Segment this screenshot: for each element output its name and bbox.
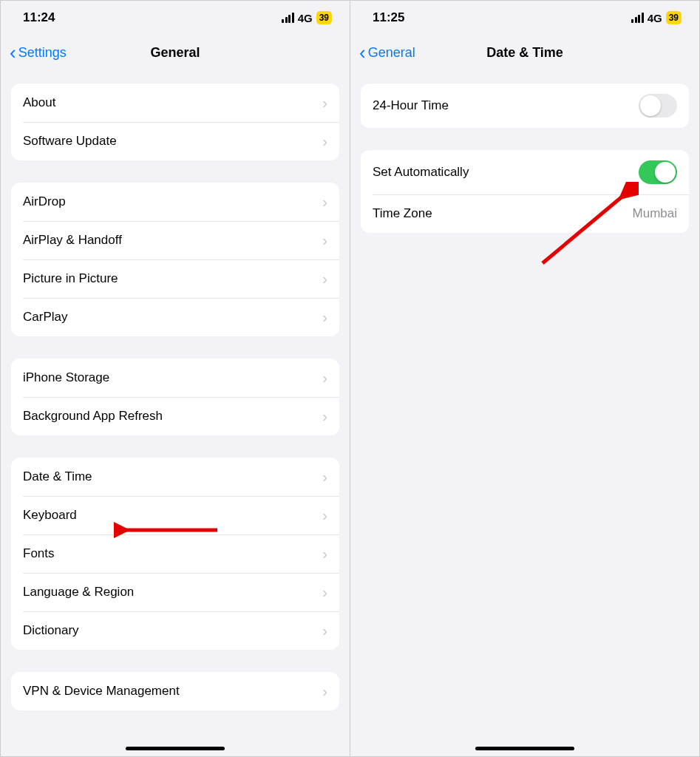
row-label: Set Automatically bbox=[373, 165, 469, 180]
row-dictionary[interactable]: Dictionary › bbox=[11, 611, 339, 650]
chevron-right-icon: › bbox=[322, 271, 327, 288]
row-label: CarPlay bbox=[23, 310, 67, 325]
toggle-set-automatically[interactable] bbox=[639, 160, 677, 184]
settings-group: iPhone Storage › Background App Refresh … bbox=[11, 359, 339, 435]
status-right: 4G 39 bbox=[282, 11, 332, 24]
network-label: 4G bbox=[648, 12, 662, 24]
phone-left: 11:24 4G 39 ‹ Settings General About › S… bbox=[1, 1, 350, 756]
row-label: Fonts bbox=[23, 546, 55, 561]
row-airplay-handoff[interactable]: AirPlay & Handoff › bbox=[11, 221, 339, 259]
row-language-region[interactable]: Language & Region › bbox=[11, 573, 339, 611]
row-set-automatically[interactable]: Set Automatically bbox=[361, 150, 689, 194]
battery-icon: 39 bbox=[316, 11, 332, 24]
status-bar: 11:25 4G 39 bbox=[350, 1, 699, 35]
status-right: 4G 39 bbox=[631, 11, 682, 24]
row-label: VPN & Device Management bbox=[23, 684, 180, 699]
row-label: Dictionary bbox=[23, 623, 79, 638]
row-label: Keyboard bbox=[23, 508, 77, 523]
row-time-zone[interactable]: Time Zone Mumbai bbox=[361, 194, 689, 233]
settings-group: AirDrop › AirPlay & Handoff › Picture in… bbox=[11, 183, 339, 336]
time-zone-value: Mumbai bbox=[633, 206, 677, 221]
row-24-hour-time[interactable]: 24-Hour Time bbox=[361, 84, 689, 128]
row-label: 24-Hour Time bbox=[373, 98, 449, 113]
status-bar: 11:24 4G 39 bbox=[1, 1, 350, 35]
chevron-right-icon: › bbox=[322, 408, 327, 425]
nav-header: ‹ Settings General bbox=[1, 35, 350, 70]
row-label: Time Zone bbox=[373, 206, 432, 221]
row-label: AirDrop bbox=[23, 194, 66, 209]
row-keyboard[interactable]: Keyboard › bbox=[11, 496, 339, 534]
home-indicator[interactable] bbox=[475, 747, 574, 750]
row-date-time[interactable]: Date & Time › bbox=[11, 458, 339, 496]
network-label: 4G bbox=[298, 12, 313, 24]
chevron-left-icon: ‹ bbox=[10, 43, 16, 62]
row-airdrop[interactable]: AirDrop › bbox=[11, 183, 339, 221]
home-indicator[interactable] bbox=[126, 747, 225, 750]
chevron-right-icon: › bbox=[322, 469, 327, 486]
chevron-right-icon: › bbox=[322, 683, 327, 700]
row-label: Software Update bbox=[23, 134, 117, 149]
content-right[interactable]: 24-Hour Time Set Automatically Time Zone… bbox=[350, 70, 699, 756]
row-label: About bbox=[23, 95, 55, 110]
row-label: Language & Region bbox=[23, 585, 134, 600]
chevron-right-icon: › bbox=[322, 507, 327, 524]
row-iphone-storage[interactable]: iPhone Storage › bbox=[11, 359, 339, 397]
chevron-right-icon: › bbox=[322, 133, 327, 150]
settings-group: Date & Time › Keyboard › Fonts › Languag… bbox=[11, 458, 339, 650]
battery-icon: 39 bbox=[666, 11, 682, 24]
chevron-right-icon: › bbox=[322, 622, 327, 639]
row-background-app-refresh[interactable]: Background App Refresh › bbox=[11, 397, 339, 435]
row-carplay[interactable]: CarPlay › bbox=[11, 298, 339, 336]
content-left[interactable]: About › Software Update › AirDrop › AirP… bbox=[1, 70, 350, 756]
chevron-right-icon: › bbox=[322, 232, 327, 249]
row-vpn-device-management[interactable]: VPN & Device Management › bbox=[11, 672, 339, 710]
signal-icon bbox=[631, 13, 644, 23]
row-about[interactable]: About › bbox=[11, 84, 339, 122]
toggle-24-hour[interactable] bbox=[639, 94, 677, 118]
chevron-right-icon: › bbox=[322, 194, 327, 211]
settings-group: About › Software Update › bbox=[11, 84, 339, 160]
back-label: General bbox=[368, 45, 415, 61]
row-label: Date & Time bbox=[23, 469, 92, 484]
chevron-right-icon: › bbox=[322, 584, 327, 601]
chevron-right-icon: › bbox=[322, 309, 327, 326]
chevron-right-icon: › bbox=[322, 370, 327, 387]
signal-icon bbox=[282, 13, 294, 23]
nav-header: ‹ General Date & Time bbox=[350, 35, 699, 70]
settings-group: VPN & Device Management › bbox=[11, 672, 339, 710]
row-software-update[interactable]: Software Update › bbox=[11, 122, 339, 160]
row-label: Picture in Picture bbox=[23, 271, 118, 286]
row-label: AirPlay & Handoff bbox=[23, 233, 122, 248]
back-label: Settings bbox=[18, 45, 67, 61]
chevron-right-icon: › bbox=[322, 95, 327, 112]
row-fonts[interactable]: Fonts › bbox=[11, 534, 339, 573]
phone-right: 11:25 4G 39 ‹ General Date & Time 24-Hou… bbox=[350, 1, 699, 756]
chevron-right-icon: › bbox=[322, 546, 327, 563]
settings-group: 24-Hour Time bbox=[361, 84, 689, 128]
chevron-left-icon: ‹ bbox=[359, 43, 366, 62]
settings-group: Set Automatically Time Zone Mumbai bbox=[361, 150, 689, 233]
back-button[interactable]: ‹ General bbox=[359, 43, 415, 62]
row-label: Background App Refresh bbox=[23, 409, 163, 424]
status-time: 11:24 bbox=[23, 10, 55, 25]
row-label: iPhone Storage bbox=[23, 370, 109, 385]
row-picture-in-picture[interactable]: Picture in Picture › bbox=[11, 259, 339, 298]
status-time: 11:25 bbox=[373, 10, 404, 25]
back-button[interactable]: ‹ Settings bbox=[10, 43, 67, 62]
